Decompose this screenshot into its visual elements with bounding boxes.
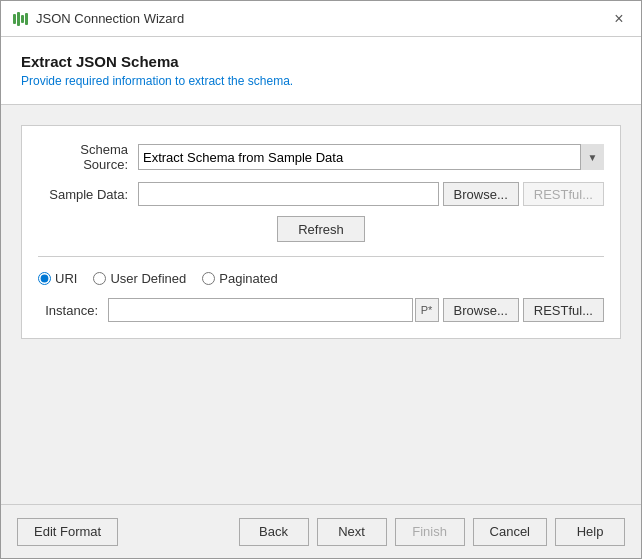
instance-label: Instance: (38, 303, 108, 318)
schema-source-row: Schema Source: Extract Schema from Sampl… (38, 142, 604, 172)
radio-uri-label: URI (55, 271, 77, 286)
radio-uri-item[interactable]: URI (38, 271, 77, 286)
schema-source-select-wrapper: Extract Schema from Sample Data Use Exis… (138, 144, 604, 170)
refresh-button[interactable]: Refresh (277, 216, 365, 242)
form-section: Schema Source: Extract Schema from Sampl… (21, 125, 621, 339)
footer-left: Edit Format (17, 518, 118, 546)
radio-uri[interactable] (38, 272, 51, 285)
title-bar-left: JSON Connection Wizard (13, 11, 184, 26)
page-subtitle: Provide required information to extract … (21, 74, 621, 88)
help-button[interactable]: Help (555, 518, 625, 546)
p-star-button[interactable]: P* (415, 298, 439, 322)
radio-user-defined-label: User Defined (110, 271, 186, 286)
dialog: JSON Connection Wizard × Extract JSON Sc… (0, 0, 642, 559)
dialog-title: JSON Connection Wizard (36, 11, 184, 26)
footer-right: Back Next Finish Cancel Help (239, 518, 625, 546)
radio-user-defined-item[interactable]: User Defined (93, 271, 186, 286)
back-button[interactable]: Back (239, 518, 309, 546)
sample-data-row: Sample Data: Browse... RESTful... (38, 182, 604, 206)
header-section: Extract JSON Schema Provide required inf… (1, 37, 641, 105)
schema-source-select[interactable]: Extract Schema from Sample Data Use Exis… (138, 144, 604, 170)
radio-paginated[interactable] (202, 272, 215, 285)
sample-data-input[interactable] (138, 182, 439, 206)
edit-format-button[interactable]: Edit Format (17, 518, 118, 546)
page-title: Extract JSON Schema (21, 53, 621, 70)
restful-button: RESTful... (523, 182, 604, 206)
radio-user-defined[interactable] (93, 272, 106, 285)
next-button[interactable]: Next (317, 518, 387, 546)
schema-source-label: Schema Source: (38, 142, 138, 172)
content-area: Schema Source: Extract Schema from Sampl… (1, 105, 641, 504)
finish-button: Finish (395, 518, 465, 546)
refresh-row: Refresh (38, 216, 604, 242)
instance-input[interactable] (108, 298, 413, 322)
divider (38, 256, 604, 257)
sample-data-label: Sample Data: (38, 187, 138, 202)
browse-button[interactable]: Browse... (443, 182, 519, 206)
close-button[interactable]: × (609, 9, 629, 29)
radio-row: URI User Defined Paginated (38, 271, 604, 286)
radio-paginated-label: Paginated (219, 271, 278, 286)
title-bar: JSON Connection Wizard × (1, 1, 641, 37)
json-icon (13, 12, 28, 26)
footer: Edit Format Back Next Finish Cancel Help (1, 504, 641, 558)
cancel-button[interactable]: Cancel (473, 518, 547, 546)
instance-row: Instance: P* Browse... RESTful... (38, 298, 604, 322)
restful2-button[interactable]: RESTful... (523, 298, 604, 322)
radio-paginated-item[interactable]: Paginated (202, 271, 278, 286)
browse2-button[interactable]: Browse... (443, 298, 519, 322)
